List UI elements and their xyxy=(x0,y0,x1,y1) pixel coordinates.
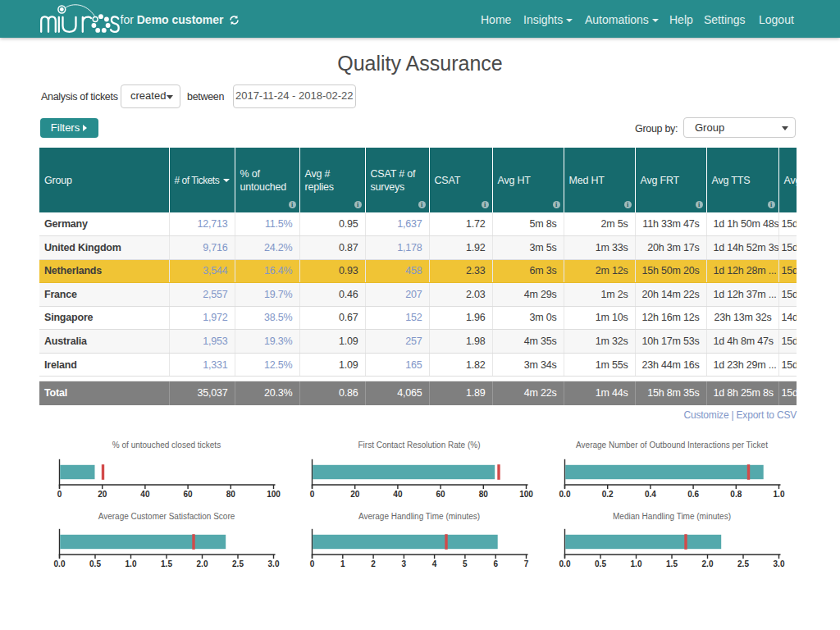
svg-text:3: 3 xyxy=(401,559,406,568)
svg-text:3.0: 3.0 xyxy=(268,559,280,568)
svg-text:1.5: 1.5 xyxy=(161,559,172,568)
svg-text:1.0: 1.0 xyxy=(630,559,641,568)
svg-text:0.0: 0.0 xyxy=(54,559,66,568)
svg-text:0.8: 0.8 xyxy=(730,490,742,499)
svg-text:20: 20 xyxy=(98,490,107,499)
svg-text:0.6: 0.6 xyxy=(687,490,699,499)
svg-text:Average Customer Satisfaction: Average Customer Satisfaction Score xyxy=(98,512,235,521)
svg-text:2.0: 2.0 xyxy=(197,559,208,568)
svg-text:0.5: 0.5 xyxy=(89,559,101,568)
svg-text:100: 100 xyxy=(267,490,281,499)
svg-text:1.0: 1.0 xyxy=(126,559,137,568)
svg-text:Average Number of Outbound Int: Average Number of Outbound Interactions … xyxy=(576,441,768,450)
svg-text:60: 60 xyxy=(184,490,194,499)
svg-text:0.0: 0.0 xyxy=(559,490,570,499)
svg-text:0: 0 xyxy=(309,559,314,568)
svg-text:4: 4 xyxy=(431,559,436,568)
svg-text:2.0: 2.0 xyxy=(701,559,713,568)
svg-text:0.2: 0.2 xyxy=(601,490,613,499)
svg-text:First Contact Resolution Rate: First Contact Resolution Rate (%) xyxy=(358,441,480,450)
svg-text:80: 80 xyxy=(478,490,488,499)
svg-text:7: 7 xyxy=(523,559,528,568)
svg-text:1.5: 1.5 xyxy=(666,559,678,568)
svg-text:3.0: 3.0 xyxy=(773,559,784,568)
svg-text:5: 5 xyxy=(463,559,468,568)
svg-text:2.5: 2.5 xyxy=(232,559,244,568)
svg-text:20: 20 xyxy=(350,490,360,499)
svg-text:0.5: 0.5 xyxy=(595,559,606,568)
svg-text:% of untouched closed tickets: % of untouched closed tickets xyxy=(112,441,221,450)
svg-text:80: 80 xyxy=(226,490,236,499)
svg-text:Median Handling Time (minutes): Median Handling Time (minutes) xyxy=(613,512,731,521)
svg-text:2.5: 2.5 xyxy=(737,559,749,568)
svg-text:0: 0 xyxy=(57,490,62,499)
svg-text:60: 60 xyxy=(436,490,445,499)
svg-text:2: 2 xyxy=(371,559,376,568)
svg-text:0.0: 0.0 xyxy=(559,559,570,568)
svg-text:40: 40 xyxy=(140,490,150,499)
svg-text:6: 6 xyxy=(493,559,498,568)
svg-text:1.0: 1.0 xyxy=(773,490,784,499)
svg-text:0: 0 xyxy=(309,490,314,499)
svg-text:40: 40 xyxy=(393,490,403,499)
svg-text:0.4: 0.4 xyxy=(644,490,655,499)
svg-text:100: 100 xyxy=(519,490,533,499)
svg-text:1: 1 xyxy=(340,559,345,568)
svg-text:Average Handling Time (minutes: Average Handling Time (minutes) xyxy=(358,512,479,521)
